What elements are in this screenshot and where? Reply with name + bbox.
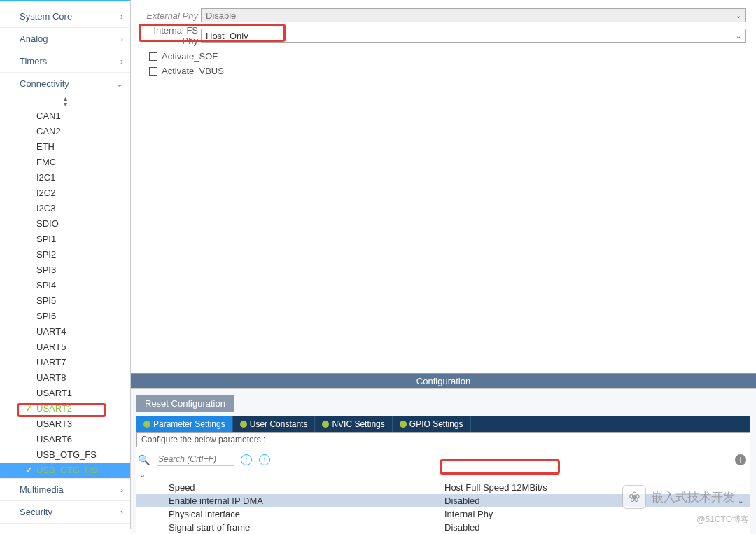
checkbox-icon[interactable] (149, 67, 158, 76)
reset-configuration-button[interactable]: Reset Configuration (136, 395, 234, 412)
external-phy-value: Disable (206, 10, 236, 21)
chevron-down-icon: ⌄ (738, 497, 743, 505)
chevron-down-icon: ⌄ (736, 12, 741, 20)
sidebar-item-usart2[interactable]: USART2 (0, 401, 130, 416)
activate-sof-label: Activate_SOF (162, 51, 218, 62)
mode-area: External Phy Disable ⌄ Internal FS Phy H… (131, 0, 756, 84)
chevron-right-icon: › (120, 57, 123, 66)
config-tabs: Parameter SettingsUser ConstantsNVIC Set… (136, 416, 750, 432)
sidebar-item-uart4[interactable]: UART4 (0, 324, 130, 339)
chevron-right-icon: › (120, 12, 123, 22)
tab-nvic-settings[interactable]: NVIC Settings (315, 416, 392, 432)
sidebar-item-uart8[interactable]: UART8 (0, 370, 130, 386)
sidebar-item-spi5[interactable]: SPI5 (0, 293, 130, 309)
configuration-header: Configuration (131, 373, 756, 388)
search-next-icon[interactable]: › (259, 454, 270, 465)
category-system-core[interactable]: System Core › (0, 6, 130, 28)
chevron-right-icon: › (120, 34, 123, 44)
sidebar: System Core › Analog › Timers › Connecti… (0, 0, 131, 529)
sidebar-item-fmc[interactable]: FMC (0, 155, 130, 170)
internal-phy-select[interactable]: Host_Only ⌄ (201, 29, 746, 43)
sidebar-item-spi3[interactable]: SPI3 (0, 262, 130, 278)
category-label: Connectivity (20, 78, 69, 89)
search-icon[interactable]: 🔍 (138, 454, 150, 465)
external-phy-select: Disable ⌄ (201, 8, 746, 22)
chevron-down-icon: ⌄ (116, 79, 123, 89)
status-dot-icon (400, 421, 407, 428)
tab-gpio-settings[interactable]: GPIO Settings (393, 416, 471, 432)
chevron-right-icon: › (120, 485, 123, 495)
activate-sof-row[interactable]: Activate_SOF (141, 49, 746, 64)
search-prev-icon[interactable]: ‹ (241, 454, 252, 465)
sidebar-item-can2[interactable]: CAN2 (0, 124, 130, 139)
internal-phy-row: Internal FS Phy Host_Only ⌄ (141, 25, 746, 46)
sidebar-item-sdio[interactable]: SDIO (0, 216, 130, 232)
sidebar-item-i2c3[interactable]: I2C3 (0, 201, 130, 216)
search-input[interactable] (157, 453, 234, 466)
internal-phy-value: Host_Only (206, 31, 248, 41)
category-label: Security (20, 507, 52, 517)
param-name: Speed (136, 482, 444, 493)
sidebar-item-usart6[interactable]: USART6 (0, 432, 130, 447)
chevron-right-icon: › (120, 507, 123, 517)
sidebar-item-can1[interactable]: CAN1 (0, 108, 130, 124)
config-description: Configure the below parameters : (136, 432, 750, 447)
param-row[interactable]: Physical interfaceInternal Phy (136, 507, 750, 521)
param-row[interactable]: Signal start of frameDisabled (136, 521, 750, 534)
search-row: 🔍 ‹ › i (136, 447, 750, 470)
sidebar-item-uart7[interactable]: UART7 (0, 355, 130, 370)
sidebar-item-i2c2[interactable]: I2C2 (0, 185, 130, 201)
param-name: Enable internal IP DMA (136, 496, 444, 506)
external-phy-row: External Phy Disable ⌄ (141, 8, 746, 22)
sidebar-item-usart3[interactable]: USART3 (0, 416, 130, 432)
category-label: Multimedia (20, 484, 64, 495)
category-timers[interactable]: Timers › (0, 50, 130, 73)
category-label: Timers (20, 56, 47, 66)
param-name: Physical interface (136, 509, 444, 519)
external-phy-label: External Phy (141, 10, 201, 21)
param-value[interactable]: Host Full Speed 12MBit/s (444, 482, 750, 493)
param-name: Signal start of frame (136, 522, 444, 533)
category-security[interactable]: Security › (0, 501, 130, 524)
category-label: System Core (20, 11, 72, 22)
activate-vbus-row[interactable]: Activate_VBUS (141, 64, 746, 78)
category-multimedia[interactable]: Multimedia › (0, 478, 130, 501)
sidebar-item-usb_otg_fs[interactable]: USB_OTG_FS (0, 447, 130, 463)
tab-user-constants[interactable]: User Constants (233, 416, 316, 432)
param-value[interactable]: Disabled⌄ (444, 496, 750, 506)
category-label: Analog (20, 34, 48, 44)
activate-vbus-label: Activate_VBUS (162, 66, 224, 76)
internal-phy-label: Internal FS Phy (141, 25, 201, 46)
status-dot-icon (322, 421, 329, 428)
sort-icon[interactable]: ▴▾ (0, 94, 130, 108)
sidebar-item-i2c1[interactable]: I2C1 (0, 170, 130, 185)
status-dot-icon (240, 421, 247, 428)
sidebar-item-spi2[interactable]: SPI2 (0, 247, 130, 262)
credit-text: @51CTO博客 (696, 514, 749, 526)
sidebar-item-spi4[interactable]: SPI4 (0, 278, 130, 293)
tab-parameter-settings[interactable]: Parameter Settings (136, 416, 233, 432)
sidebar-tabstrip (0, 0, 130, 1)
configuration-body: Reset Configuration Parameter SettingsUs… (131, 388, 756, 534)
param-row[interactable]: SpeedHost Full Speed 12MBit/s (136, 481, 750, 494)
sidebar-item-usart1[interactable]: USART1 (0, 386, 130, 401)
category-computing[interactable]: Computing › (0, 524, 130, 529)
sidebar-item-uart5[interactable]: UART5 (0, 339, 130, 355)
category-connectivity[interactable]: Connectivity ⌄ (0, 73, 130, 94)
parameter-table: SpeedHost Full Speed 12MBit/sEnable inte… (136, 481, 750, 534)
info-icon[interactable]: i (735, 454, 746, 465)
checkbox-icon[interactable] (149, 52, 158, 61)
category-analog[interactable]: Analog › (0, 28, 130, 50)
sidebar-item-usb_otg_hs[interactable]: USB_OTG_HS (0, 463, 130, 478)
chevron-down-icon: ⌄ (736, 32, 741, 40)
param-row[interactable]: Enable internal IP DMADisabled⌄ (136, 494, 750, 507)
status-dot-icon (144, 421, 150, 428)
sidebar-item-spi1[interactable]: SPI1 (0, 232, 130, 247)
main-panel: External Phy Disable ⌄ Internal FS Phy H… (131, 0, 756, 534)
sidebar-item-spi6[interactable]: SPI6 (0, 309, 130, 324)
sidebar-item-eth[interactable]: ETH (0, 139, 130, 155)
group-collapse-icon[interactable]: ⌄ (136, 470, 750, 481)
